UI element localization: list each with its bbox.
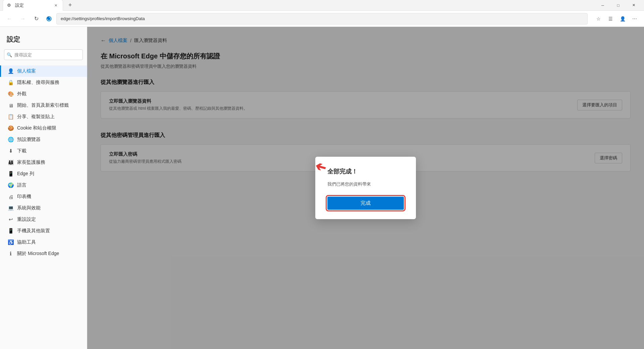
share-icon: 📋: [8, 114, 14, 120]
edgebar-icon: 📱: [8, 171, 14, 177]
sidebar-item-label-appearance: 外觀: [17, 91, 26, 97]
sidebar: 設定 🔍 👤 個人檔案 🔒 隱私權、搜尋與服務 🎨 外觀 🖥 開始、首頁及新索引…: [0, 27, 87, 349]
sidebar-title: 設定: [0, 32, 87, 49]
printer-icon: 🖨: [8, 194, 14, 200]
restore-button[interactable]: □: [610, 0, 626, 11]
sidebar-item-defaultbrowser[interactable]: 🌐 預設瀏覽器: [0, 134, 87, 145]
sidebar-item-cookies[interactable]: 🍪 Cookie 和站台權限: [0, 122, 87, 134]
sidebar-item-profile[interactable]: 👤 個人檔案: [0, 65, 87, 77]
sidebar-item-label-profile: 個人檔案: [17, 68, 36, 74]
sidebar-item-accessibility[interactable]: ♿ 協助工具: [0, 237, 87, 248]
about-icon: ℹ: [8, 251, 14, 257]
tab-close-button[interactable]: ✕: [53, 2, 59, 8]
sidebar-item-label-accessibility: 協助工具: [17, 239, 36, 245]
sidebar-item-family[interactable]: 👨‍👩‍👧 家長監護服務: [0, 157, 87, 168]
new-tab-button[interactable]: +: [64, 0, 76, 11]
nav-right-buttons: ☆ ☰ 👤 ⋯: [593, 13, 640, 24]
sidebar-item-label-system: 系統與效能: [17, 205, 41, 211]
close-button[interactable]: ✕: [626, 0, 641, 11]
sidebar-item-label-edgebar: Edge 列: [17, 171, 34, 177]
family-icon: 👨‍👩‍👧: [8, 159, 14, 165]
more-button[interactable]: ⋯: [629, 13, 640, 24]
window-controls: ─ □ ✕: [595, 0, 641, 11]
sidebar-item-label-printer: 印表機: [17, 194, 31, 200]
sidebar-item-mobile[interactable]: 📱 手機及其他裝置: [0, 225, 87, 237]
sidebar-item-label-about: 關於 Microsoft Edge: [17, 251, 59, 257]
forward-button[interactable]: →: [17, 13, 28, 24]
sidebar-item-about[interactable]: ℹ 關於 Microsoft Edge: [0, 248, 87, 259]
sidebar-item-downloads[interactable]: ⬇ 下載: [0, 145, 87, 157]
sidebar-item-label-share: 分享、複製並貼上: [17, 114, 55, 120]
sidebar-item-label-mobile: 手機及其他裝置: [17, 228, 50, 234]
sidebar-item-privacy[interactable]: 🔒 隱私權、搜尋與服務: [0, 77, 87, 88]
minimize-button[interactable]: ─: [595, 0, 610, 11]
system-icon: 💻: [8, 205, 14, 211]
sidebar-item-label-reset: 重設設定: [17, 216, 36, 222]
tab-icon: ⚙: [7, 3, 12, 8]
accessibility-icon: ♿: [8, 239, 14, 245]
sidebar-item-reset[interactable]: ↩ 重設設定: [0, 214, 87, 225]
active-tab[interactable]: ⚙ 設定 ✕: [3, 0, 63, 11]
sidebar-item-label-downloads: 下載: [17, 148, 26, 154]
main-area: 設定 🔍 👤 個人檔案 🔒 隱私權、搜尋與服務 🎨 外觀 🖥 開始、首頁及新索引…: [0, 27, 644, 349]
tab-title: 設定: [15, 2, 50, 8]
sidebar-search-container: 🔍: [4, 49, 83, 60]
reset-icon: ↩: [8, 216, 14, 222]
collections-button[interactable]: ☰: [605, 13, 616, 24]
title-bar: ⚙ 設定 ✕ + ─ □ ✕: [0, 0, 644, 11]
defaultbrowser-icon: 🌐: [8, 137, 14, 143]
startup-icon: 🖥: [8, 102, 14, 108]
favorites-button[interactable]: ☆: [593, 13, 604, 24]
sidebar-item-system[interactable]: 💻 系統與效能: [0, 202, 87, 214]
back-button[interactable]: ←: [4, 13, 15, 24]
content-area: ← 個人檔案 / 匯入瀏覽器資料 在 Microsoft Edge 中儲存您的所…: [87, 27, 644, 349]
refresh-button[interactable]: ↻: [31, 13, 42, 24]
sidebar-item-label-family: 家長監護服務: [17, 159, 45, 165]
downloads-icon: ⬇: [8, 148, 14, 154]
dialog-title: 全部完成！: [327, 167, 404, 176]
dialog-overlay: 全部完成！ 我們已將您的資料帶來 完成: [87, 27, 644, 349]
done-button[interactable]: 完成: [327, 197, 404, 210]
sidebar-item-label-cookies: Cookie 和站台權限: [17, 125, 56, 131]
privacy-icon: 🔒: [8, 80, 14, 86]
dialog-description: 我們已將您的資料帶來: [327, 181, 404, 188]
search-icon: 🔍: [7, 52, 12, 57]
sidebar-item-label-languages: 語言: [17, 182, 26, 188]
sidebar-item-label-privacy: 隱私權、搜尋與服務: [17, 80, 59, 86]
sidebar-item-languages[interactable]: 🌍 語言: [0, 180, 87, 191]
sidebar-item-share[interactable]: 📋 分享、複製並貼上: [0, 111, 87, 122]
sidebar-item-edgebar[interactable]: 📱 Edge 列: [0, 168, 87, 180]
sidebar-item-appearance[interactable]: 🎨 外觀: [0, 88, 87, 100]
mobile-icon: 📱: [8, 228, 14, 234]
profile-icon: 👤: [8, 68, 14, 74]
sidebar-search-input[interactable]: [4, 49, 83, 60]
account-button[interactable]: 👤: [617, 13, 628, 24]
address-bar[interactable]: edge://settings/profiles/importBrowsingD…: [56, 13, 588, 24]
browser-window: ⚙ 設定 ✕ + ─ □ ✕ ← → ↻ edge://settings/pro…: [0, 0, 644, 349]
completion-dialog: 全部完成！ 我們已將您的資料帶來 完成: [315, 157, 416, 219]
cookies-icon: 🍪: [8, 125, 14, 131]
appearance-icon: 🎨: [8, 91, 14, 97]
languages-icon: 🌍: [8, 182, 14, 188]
sidebar-item-printer[interactable]: 🖨 印表機: [0, 191, 87, 202]
navigation-bar: ← → ↻ edge://settings/profiles/importBro…: [0, 11, 644, 27]
edge-logo-icon: [46, 15, 52, 22]
address-text: edge://settings/profiles/importBrowsingD…: [61, 16, 583, 21]
sidebar-item-label-startup: 開始、首頁及新索引標籤: [17, 102, 69, 108]
sidebar-item-startup[interactable]: 🖥 開始、首頁及新索引標籤: [0, 100, 87, 111]
sidebar-item-label-defaultbrowser: 預設瀏覽器: [17, 137, 41, 143]
